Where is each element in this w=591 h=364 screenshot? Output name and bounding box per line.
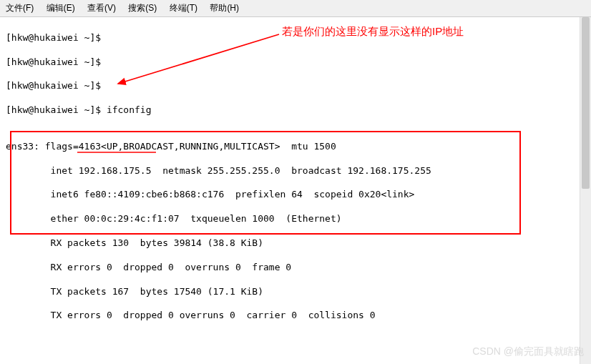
ens33-tx-errors: TX errors 0 dropped 0 overruns 0 carrier… (6, 310, 585, 322)
ens33-rx-errors: RX errors 0 dropped 0 overruns 0 frame 0 (6, 262, 585, 274)
menu-edit[interactable]: 编辑(E) (47, 3, 75, 13)
vertical-scrollbar[interactable] (580, 17, 591, 364)
watermark: CSDN @偷完面具就瞎跑 (472, 345, 584, 358)
annotation-text: 若是你们的这里没有显示这样的IP地址 (282, 25, 464, 39)
ens33-ether: ether 00:0c:29:4c:f1:07 txqueuelen 1000 … (6, 213, 585, 225)
ifconfig-output: ens33: flags=4163<UP,BROADCAST,RUNNING,M… (6, 129, 585, 358)
scrollbar-thumb[interactable] (582, 17, 590, 189)
ens33-rx-packets: RX packets 130 bytes 39814 (38.8 KiB) (6, 237, 585, 250)
ens33-flags: ens33: flags=4163<UP,BROADCAST,RUNNING,M… (6, 141, 585, 153)
menu-terminal[interactable]: 终端(T) (170, 3, 197, 13)
prompt-line: [hkw@hukaiwei ~]$ (6, 56, 585, 69)
menu-file[interactable]: 文件(F) (6, 3, 34, 13)
terminal-area[interactable]: [hkw@hukaiwei ~]$ [hkw@hukaiwei ~]$ [hkw… (0, 17, 591, 364)
prompt-command-ifconfig: [hkw@hukaiwei ~]$ ifconfig (6, 104, 585, 117)
ens33-inet: inet 192.168.175.5 netmask 255.255.255.0… (6, 165, 585, 177)
menu-help[interactable]: 帮助(H) (210, 3, 239, 13)
menubar: 文件(F) 编辑(E) 查看(V) 搜索(S) 终端(T) 帮助(H) (0, 0, 591, 17)
ens33-tx-packets: TX packets 167 bytes 17540 (17.1 KiB) (6, 286, 585, 298)
ens33-inet6: inet6 fe80::4109:cbe6:b868:c176 prefixle… (6, 189, 585, 201)
menu-search[interactable]: 搜索(S) (128, 3, 157, 13)
menu-view[interactable]: 查看(V) (87, 3, 116, 13)
prompt-line: [hkw@hukaiwei ~]$ (6, 80, 585, 92)
